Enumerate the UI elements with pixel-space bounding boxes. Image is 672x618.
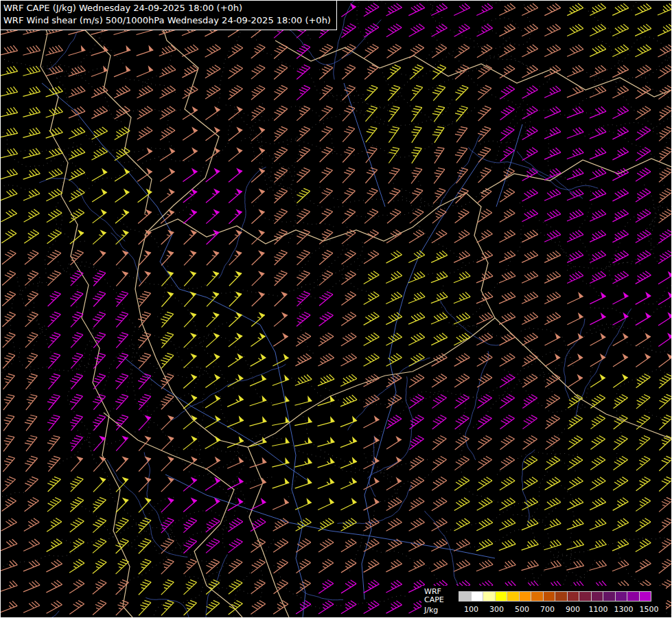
title-line-1: WRF CAPE (J/kg) Wednesday 24-09-2025 18:… <box>3 2 331 14</box>
legend-color-cell <box>543 591 556 602</box>
legend-color-cell <box>519 591 532 602</box>
legend-color-cell <box>555 591 568 602</box>
legend-color-cell <box>627 591 640 602</box>
weather-map: WRF CAPE (J/kg) Wednesday 24-09-2025 18:… <box>0 0 672 618</box>
legend-color-cell <box>531 591 544 602</box>
legend-color-cell <box>507 591 520 602</box>
legend-tick-label: 1100 <box>589 606 608 614</box>
map-canvas <box>1 1 671 617</box>
legend-color-cell <box>471 591 484 602</box>
legend-colorbar <box>459 591 663 602</box>
legend-tick-label: 100 <box>464 606 478 614</box>
cape-legend: WRF CAPE J/kg 10030050070090011001300150… <box>421 586 666 616</box>
legend-tick-label: 300 <box>489 606 504 614</box>
legend-color-cell <box>483 591 496 602</box>
legend-model-variable: WRF CAPE <box>424 588 456 604</box>
legend-tick-label: 1500 <box>640 606 659 614</box>
legend-color-cell <box>615 591 628 602</box>
legend-color-cell <box>579 591 592 602</box>
legend-tick-label: 700 <box>540 606 555 614</box>
legend-ticks: 100300500700900110013001500 <box>459 606 663 615</box>
legend-tick-label: 1300 <box>614 606 634 614</box>
legend-color-cell <box>639 591 652 602</box>
legend-color-cell <box>495 591 508 602</box>
legend-color-cell <box>567 591 580 602</box>
legend-color-cell <box>591 591 604 602</box>
legend-tick-label: 500 <box>515 606 529 614</box>
legend-tick-label: 900 <box>566 606 580 614</box>
title-overlay: WRF CAPE (J/kg) Wednesday 24-09-2025 18:… <box>1 1 337 30</box>
legend-color-cell <box>603 591 616 602</box>
legend-units-label: J/kg <box>424 606 456 615</box>
title-line-2: WRF Wind shear (m/s) 500/1000hPa Wednesd… <box>3 14 331 27</box>
legend-variable-label: CAPE <box>424 596 456 604</box>
legend-color-cell <box>459 591 472 602</box>
